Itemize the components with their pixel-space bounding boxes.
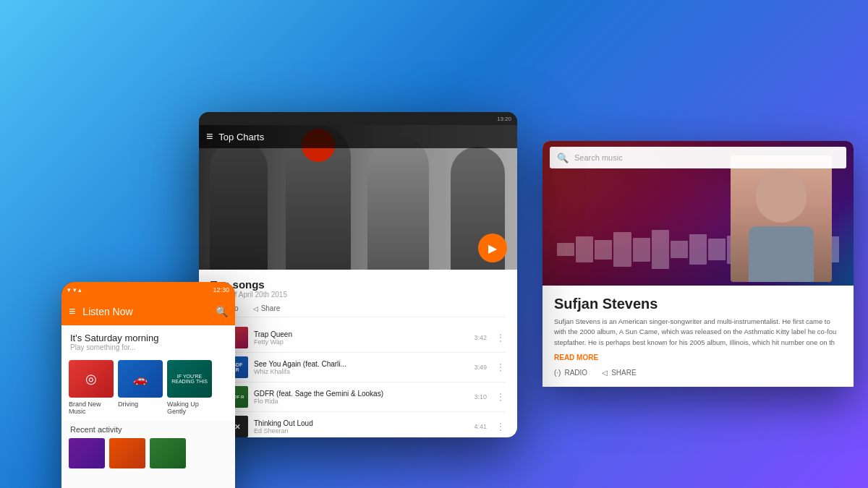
tablet-actions-row: (·) Radio ◁ Share	[210, 304, 506, 317]
song-info-1: Trap Queen Fetty Wap	[254, 330, 468, 346]
vinyl-icon: ◎	[85, 371, 97, 387]
song-row-4[interactable]: 4 ✕ Thinking Out Loud Ed Sheeran 4:41 ⋮	[210, 412, 506, 437]
share-label: Share	[261, 304, 281, 312]
phone-recent-thumb-1	[69, 438, 105, 468]
wave-bar-3	[595, 240, 612, 260]
song-info-4: Thinking Out Loud Ed Sheeran	[254, 419, 468, 435]
song-more-1[interactable]: ⋮	[495, 332, 506, 343]
song-duration-1: 3:42	[474, 334, 487, 341]
wave-bar-4	[613, 232, 631, 267]
song-duration-4: 4:41	[474, 423, 487, 430]
road-icon: 🚗	[133, 372, 148, 386]
song-more-2[interactable]: ⋮	[495, 361, 506, 373]
phone-card-label-2: Waking Up Gently	[167, 401, 212, 415]
wave-bar-7	[671, 241, 688, 258]
share-icon: ◁	[253, 305, 258, 312]
phone-card-img-brand-new-music: ◎	[69, 360, 114, 398]
wave-bar-8	[689, 234, 707, 265]
song-name-2: See You Again (feat. Charli...	[254, 360, 468, 368]
phone-greeting-title: It's Saturday morning	[70, 333, 226, 343]
laptop-search-bar[interactable]: 🔍 Search music	[550, 147, 846, 168]
play-icon: ▶	[488, 241, 497, 255]
laptop-hero: 🔍 Search music	[542, 141, 854, 286]
laptop-share-action[interactable]: ◁ SHARE	[602, 369, 636, 377]
laptop-radio-action[interactable]: (·) RADIO	[554, 369, 587, 377]
artist-head	[756, 170, 807, 223]
phone-device: ▾ ▾ ▴ 12:30 ≡ Listen Now 🔍 It's Saturday…	[61, 282, 235, 488]
tablet-panel: Top songs Week of April 20th 2015 (·) Ra…	[199, 270, 517, 437]
phone-card-img-driving: 🚗	[118, 360, 163, 398]
tablet-toolbar: ≡ Top Charts	[199, 125, 517, 148]
menu-icon[interactable]: ≡	[69, 305, 75, 318]
song-name-4: Thinking Out Loud	[254, 419, 468, 427]
song-row-1[interactable]: 1 Trap Queen Fetty Wap 3:42 ⋮	[210, 323, 506, 353]
laptop-screen: 🔍 Search music Sufjan Stevens Sufjan Ste…	[542, 141, 854, 387]
song-row-3[interactable]: 3 GDF R GDFR (feat. Sage the Gemini & Lo…	[210, 382, 506, 412]
song-info-2: See You Again (feat. Charli... Whiz Khal…	[254, 360, 468, 375]
tablet-songs-title: Top songs	[210, 278, 506, 291]
laptop-share-icon: ◁	[602, 369, 608, 377]
phone-cards-row: ◎ Brand New Music 🚗 Driving IF YOU'RE RE…	[61, 354, 235, 421]
play-button[interactable]: ▶	[478, 234, 507, 262]
read-more-link[interactable]: READ MORE	[554, 354, 842, 361]
song-artist-2: Whiz Khalifa	[254, 368, 468, 375]
song-name-3: GDFR (feat. Sage the Gemini & Lookas)	[254, 390, 468, 398]
artist-name: Sufjan Stevens	[554, 296, 842, 312]
phone-toolbar-title: Listen Now	[82, 306, 208, 317]
song-name-1: Trap Queen	[254, 330, 468, 338]
song-duration-3: 3:10	[474, 393, 487, 401]
tablet-toolbar-title: Top Charts	[218, 132, 264, 142]
wave-bar-1	[557, 243, 574, 256]
song-more-3[interactable]: ⋮	[495, 391, 506, 403]
song-artist-4: Ed Sheeran	[254, 427, 468, 435]
song-artist-3: Flo Rida	[254, 398, 468, 405]
wave-bar-2	[576, 236, 593, 262]
laptop-radio-label: RADIO	[564, 369, 587, 377]
laptop-search-icon: 🔍	[557, 153, 569, 163]
laptop-search-placeholder: Search music	[574, 153, 839, 162]
phone-status-bar: ▾ ▾ ▴ 12:30	[61, 282, 235, 298]
laptop-actions-row: (·) RADIO ◁ SHARE	[554, 369, 842, 377]
tablet-status-time: 13:20	[497, 116, 511, 122]
phone-card-label-0: Brand New Music	[69, 401, 114, 415]
tablet-device: 13:20 ≡ Top Charts ▶ Top songs Week of A…	[199, 112, 517, 437]
song-info-3: GDFR (feat. Sage the Gemini & Lookas) Fl…	[254, 390, 468, 405]
artist-portrait	[731, 155, 832, 282]
phone-card-driving[interactable]: 🚗 Driving	[118, 360, 163, 415]
phone-greeting-subtitle: Play something for...	[70, 343, 226, 351]
laptop-device: 🔍 Search music Sufjan Stevens Sufjan Ste…	[542, 141, 854, 387]
phone-content: It's Saturday morning Play something for…	[61, 325, 235, 488]
phone-status-time: 12:30	[213, 286, 229, 294]
search-icon[interactable]: 🔍	[216, 306, 228, 317]
artist-face	[731, 155, 832, 282]
wave-bar-5	[633, 238, 650, 262]
tablet-songs-subtitle: Week of April 20th 2015	[210, 291, 506, 299]
artist-bio: Sufjan Stevens is an American singer-son…	[554, 317, 842, 348]
share-action[interactable]: ◁ Share	[253, 304, 281, 312]
phone-status-icons: ▾ ▾ ▴	[67, 286, 82, 294]
laptop-share-label: SHARE	[611, 369, 636, 377]
wave-bar-9	[708, 239, 726, 260]
song-artist-1: Fetty Wap	[254, 338, 468, 346]
phone-recent-thumb-3	[150, 438, 186, 468]
phone-recent-thumb-2	[109, 438, 145, 468]
phone-recent-label: Recent activity	[61, 421, 235, 435]
wave-bar-6	[652, 230, 669, 269]
tablet-menu-icon[interactable]: ≡	[206, 130, 213, 143]
phone-card-label-1: Driving	[118, 401, 163, 408]
tablet-status-bar: 13:20	[199, 112, 517, 125]
laptop-radio-icon: (·)	[554, 369, 561, 377]
song-more-4[interactable]: ⋮	[495, 421, 506, 432]
laptop-panel: Sufjan Stevens Sufjan Stevens is an Amer…	[542, 286, 854, 387]
phone-greeting: It's Saturday morning Play something for…	[61, 325, 235, 354]
phone-toolbar: ≡ Listen Now 🔍	[61, 298, 235, 325]
song-row-2[interactable]: 2 GDFR See You Again (feat. Charli... Wh…	[210, 353, 506, 382]
artist-body	[749, 226, 814, 282]
phone-card-img-waking-up: IF YOU'RE READING THIS	[167, 360, 212, 398]
phone-card-brand-new-music[interactable]: ◎ Brand New Music	[69, 360, 114, 415]
song-duration-2: 3:49	[474, 364, 487, 371]
phone-card-waking-up[interactable]: IF YOU'RE READING THIS Waking Up Gently	[167, 360, 212, 415]
phone-recent-row	[61, 435, 235, 471]
